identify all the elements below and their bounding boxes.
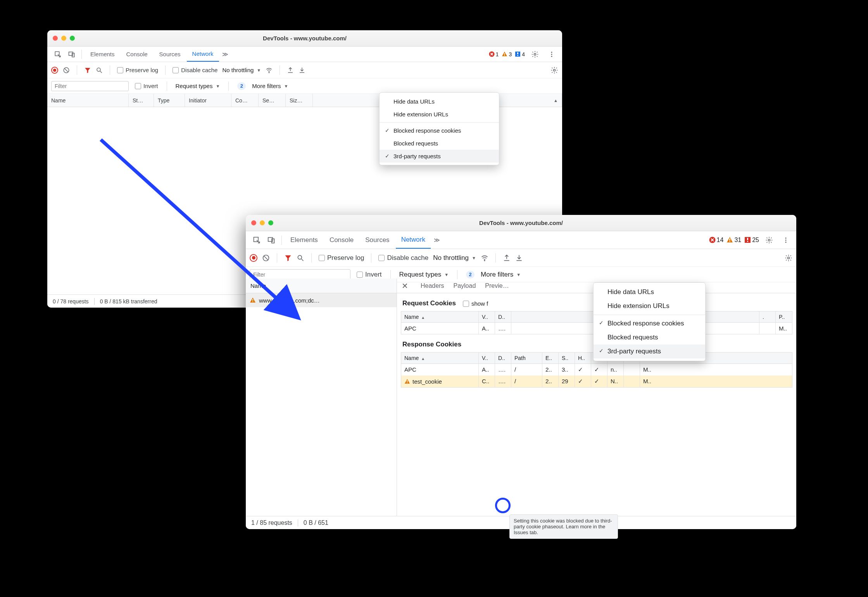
warning-count[interactable]: 31 (726, 237, 741, 244)
request-row[interactable]: www.youtube.com;dc… (246, 293, 397, 307)
menu-hide-ext-urls[interactable]: Hide extension URLs (380, 108, 499, 121)
col-type[interactable]: Type (154, 94, 185, 107)
tab-preview[interactable]: Previe… (485, 282, 509, 289)
menu-blocked-response-cookies[interactable]: Blocked response cookies (594, 317, 705, 331)
col-pr[interactable]: P.. (776, 311, 792, 322)
col-d[interactable]: D.. (495, 353, 511, 363)
gear-icon[interactable] (528, 49, 542, 60)
clear-button[interactable] (63, 67, 70, 74)
col-co[interactable]: Co… (231, 94, 259, 107)
invert-checkbox[interactable]: Invert (357, 271, 382, 279)
tab-sources[interactable]: Sources (154, 47, 186, 62)
download-icon[interactable] (515, 254, 523, 262)
col-s[interactable]: S.. (559, 353, 575, 363)
error-count[interactable]: 1 (489, 51, 499, 57)
invert-checkbox[interactable]: Invert (135, 83, 158, 89)
tab-headers[interactable]: Headers (421, 282, 444, 289)
warning-count[interactable]: 3 (502, 51, 512, 57)
col-siz[interactable]: Siz… (286, 94, 313, 107)
col-se[interactable]: Se… (259, 94, 286, 107)
inspect-icon[interactable] (51, 49, 64, 59)
more-tabs-icon[interactable]: ≫ (220, 51, 231, 58)
gear-icon[interactable] (762, 235, 776, 246)
preserve-log-checkbox[interactable]: Preserve log (319, 254, 364, 262)
tab-elements[interactable]: Elements (285, 231, 323, 249)
tab-sources[interactable]: Sources (360, 231, 395, 249)
separator (110, 66, 110, 75)
more-filters-dropdown[interactable]: More filters▼ (252, 83, 288, 89)
svg-rect-5 (504, 55, 505, 56)
svg-rect-8 (517, 55, 518, 56)
record-button[interactable] (51, 67, 58, 74)
error-count[interactable]: 14 (709, 237, 724, 244)
tab-elements[interactable]: Elements (85, 47, 120, 62)
col-v[interactable]: V.. (479, 353, 495, 363)
inspect-icon[interactable] (250, 235, 264, 246)
separator (77, 66, 77, 75)
kebab-icon[interactable] (779, 235, 792, 245)
wifi-icon[interactable] (481, 254, 488, 262)
filter-funnel-icon[interactable] (84, 67, 91, 74)
menu-blocked-response-cookies[interactable]: Blocked response cookies (380, 124, 499, 137)
devtools-window-2: DevTools - www.youtube.com/ Elements Con… (246, 215, 796, 529)
record-button[interactable] (250, 254, 257, 262)
tab-payload[interactable]: Payload (453, 282, 476, 289)
col-e[interactable]: E.. (542, 353, 559, 363)
col-d[interactable]: D.. (495, 311, 511, 322)
status-requests: 1 / 85 requests (251, 519, 292, 526)
preserve-log-checkbox[interactable]: Preserve log (117, 67, 158, 73)
throttling-dropdown[interactable]: No throttling▼ (222, 67, 261, 73)
tab-network[interactable]: Network (396, 231, 431, 249)
device-icon[interactable] (65, 49, 78, 59)
col-name[interactable]: Name (47, 94, 129, 107)
search-icon[interactable] (297, 254, 304, 262)
svg-rect-37 (407, 382, 408, 383)
network-settings-gear-icon[interactable] (550, 66, 558, 74)
col-h[interactable]: H.. (575, 353, 591, 363)
filter-input[interactable] (51, 81, 129, 91)
upload-icon[interactable] (287, 67, 294, 74)
col-status[interactable]: St… (129, 94, 154, 107)
col-path[interactable]: Path (511, 353, 542, 363)
warning-icon (404, 379, 410, 384)
menu-blocked-requests[interactable]: Blocked requests (380, 137, 499, 150)
cookie-row-blocked[interactable]: test_cookie C.. …. / 2.. 29 ✓ ✓ N.. M.. (401, 376, 792, 387)
more-tabs-icon[interactable]: ≫ (431, 237, 442, 244)
svg-point-12 (551, 55, 552, 57)
device-icon[interactable] (264, 235, 278, 246)
cookie-row[interactable]: APC A.. …. / 2.. 3.. ✓ ✓ n.. M.. (401, 364, 792, 376)
col-name[interactable]: Name (401, 311, 479, 322)
request-types-dropdown[interactable]: Request types▼ (176, 83, 220, 89)
menu-3rd-party-requests[interactable]: 3rd-party requests (380, 150, 499, 163)
search-icon[interactable] (96, 67, 103, 74)
name-column-header[interactable]: Name (246, 279, 397, 293)
clear-button[interactable] (262, 254, 270, 262)
tab-console[interactable]: Console (324, 231, 359, 249)
col-p[interactable]: . (759, 311, 776, 322)
issues-count[interactable]: 25 (744, 237, 759, 244)
network-settings-gear-icon[interactable] (785, 254, 792, 262)
menu-3rd-party-requests[interactable]: 3rd-party requests (594, 344, 705, 358)
tab-network[interactable]: Network (187, 47, 219, 62)
kebab-icon[interactable] (545, 49, 558, 59)
col-name[interactable]: Name (401, 353, 479, 363)
menu-hide-data-urls[interactable]: Hide data URLs (594, 285, 705, 299)
filter-funnel-icon[interactable] (284, 254, 292, 262)
menu-hide-ext-urls[interactable]: Hide extension URLs (594, 299, 705, 313)
tab-console[interactable]: Console (121, 47, 153, 62)
close-icon[interactable]: ✕ (402, 281, 408, 291)
col-initiator[interactable]: Initiator (185, 94, 231, 107)
disable-cache-checkbox[interactable]: Disable cache (173, 67, 217, 73)
menu-blocked-requests[interactable]: Blocked requests (594, 331, 705, 344)
more-filters-dropdown[interactable]: More filters▼ (481, 271, 521, 279)
request-types-dropdown[interactable]: Request types▼ (399, 271, 449, 279)
col-v[interactable]: V.. (479, 311, 495, 322)
throttling-dropdown[interactable]: No throttling▼ (433, 254, 476, 262)
disable-cache-checkbox[interactable]: Disable cache (378, 254, 428, 262)
wifi-icon[interactable] (266, 67, 273, 74)
upload-icon[interactable] (503, 254, 511, 262)
menu-hide-data-urls[interactable]: Hide data URLs (380, 95, 499, 108)
download-icon[interactable] (299, 67, 305, 74)
show-filtered-checkbox[interactable]: show f (463, 300, 488, 307)
issues-count[interactable]: 4 (515, 51, 525, 57)
